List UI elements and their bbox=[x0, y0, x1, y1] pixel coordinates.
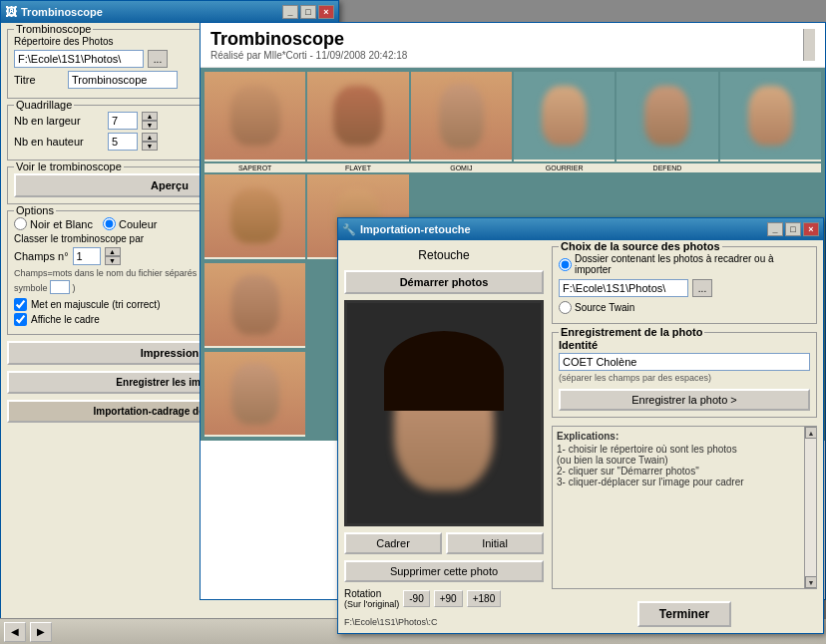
champs-input[interactable] bbox=[73, 247, 101, 265]
rot-minus90-button[interactable]: -90 bbox=[403, 590, 429, 607]
retouche-title: Retouche bbox=[344, 246, 544, 264]
nb-largeur-up[interactable]: ▲ bbox=[142, 112, 158, 121]
sep-hint: (séparer les champs par des espaces) bbox=[559, 373, 810, 383]
import-win-controls: _ □ × bbox=[767, 222, 819, 236]
photo-cell-13[interactable] bbox=[205, 263, 305, 348]
main-window-title: 🖼 Trombinoscope bbox=[5, 5, 103, 19]
photo-cell-5[interactable] bbox=[617, 72, 717, 161]
expl-scrollbar[interactable]: ▲ ▼ bbox=[804, 427, 816, 588]
twain-option[interactable]: Source Twain bbox=[559, 301, 634, 314]
voir-section-label: Voir le trombinoscope bbox=[14, 161, 124, 172]
nb-largeur-down[interactable]: ▼ bbox=[142, 121, 158, 130]
champs-spinner: ▲ ▼ bbox=[105, 247, 121, 265]
minimize-button[interactable]: _ bbox=[282, 5, 298, 19]
options-section-label: Options bbox=[14, 204, 56, 216]
display-subtitle: Réalisé par Mlle*Corti - 11/09/2008 20:4… bbox=[210, 50, 407, 61]
cadre-checkbox[interactable] bbox=[14, 313, 27, 326]
terminer-row: Terminer bbox=[552, 601, 817, 627]
import-content: Retouche Démarrer photos Cadrer Initial … bbox=[338, 240, 823, 633]
demarrer-button[interactable]: Démarrer photos bbox=[344, 270, 544, 294]
nb-hauteur-up[interactable]: ▲ bbox=[142, 133, 158, 142]
import-close-button[interactable]: × bbox=[803, 222, 819, 236]
photo-row-1 bbox=[205, 72, 821, 161]
photo-cell-1[interactable] bbox=[205, 72, 305, 161]
photo-cell-3[interactable] bbox=[411, 72, 512, 161]
taskbar-forward-button[interactable]: ▶ bbox=[30, 622, 52, 642]
photo-name-4 bbox=[514, 160, 615, 161]
import-minimize-button[interactable]: _ bbox=[767, 222, 783, 236]
nb-hauteur-down[interactable]: ▼ bbox=[142, 142, 158, 151]
expl-line-3: 2- cliquer sur "Démarrer photos" bbox=[557, 466, 798, 477]
name-label-4: GOURRIER bbox=[514, 163, 615, 172]
import-window-title: 🔧 Importation-retouche bbox=[342, 223, 471, 236]
explications-content: Explications: 1- choisir le répertoire o… bbox=[557, 431, 812, 487]
main-win-controls: _ □ × bbox=[282, 5, 334, 19]
photo-cell-19[interactable] bbox=[205, 352, 305, 437]
photo-name-6 bbox=[720, 160, 821, 161]
name-label-3: GOMIJ bbox=[411, 163, 512, 172]
initial-button[interactable]: Initial bbox=[446, 532, 544, 554]
majuscule-label: Met en majuscule (tri correct) bbox=[31, 299, 160, 310]
rotation-label: Rotation bbox=[344, 588, 399, 599]
source-browse-button[interactable]: ... bbox=[692, 279, 712, 297]
majuscule-checkbox[interactable] bbox=[14, 298, 27, 311]
identite-input[interactable] bbox=[559, 353, 810, 371]
twain-option-row: Source Twain bbox=[559, 301, 810, 314]
source-section-label: Choix de la source des photos bbox=[559, 240, 722, 252]
photo-header: Trombinoscope Réalisé par Mlle*Corti - 1… bbox=[201, 23, 825, 68]
name-label-2: FLAYET bbox=[307, 163, 408, 172]
nb-largeur-input[interactable] bbox=[108, 112, 138, 130]
name-label-1: SAPEROT bbox=[205, 163, 305, 172]
explications-title: Explications: bbox=[557, 431, 798, 442]
twain-option-label: Source Twain bbox=[575, 302, 634, 313]
scroll-right[interactable] bbox=[803, 29, 815, 61]
expl-line-4: 3- cliquer-déplacer sur l'image pour cad… bbox=[557, 477, 798, 487]
scroll-track bbox=[805, 439, 816, 576]
cadrer-button[interactable]: Cadrer bbox=[344, 532, 442, 554]
rot-plus90-button[interactable]: +90 bbox=[434, 590, 463, 607]
scroll-up-button[interactable]: ▲ bbox=[805, 427, 817, 439]
expl-line-1: 1- choisir le répertoire où sont les pho… bbox=[557, 444, 798, 455]
nb-hauteur-spinner: ▲ ▼ bbox=[142, 133, 158, 151]
source-path-input[interactable] bbox=[559, 279, 688, 297]
noir-blanc-option[interactable]: Noir et Blanc bbox=[14, 217, 93, 230]
main-title-bar[interactable]: 🖼 Trombinoscope _ □ × bbox=[1, 1, 338, 23]
taskbar-back-button[interactable]: ◀ bbox=[4, 622, 26, 642]
explications-box: Explications: 1- choisir le répertoire o… bbox=[552, 426, 817, 589]
photo-cell-4[interactable] bbox=[514, 72, 615, 161]
symbol-input[interactable] bbox=[50, 280, 70, 294]
close-button[interactable]: × bbox=[318, 5, 334, 19]
scroll-down-button[interactable]: ▼ bbox=[805, 576, 817, 588]
titre-label: Titre bbox=[14, 74, 64, 86]
dossier-option[interactable]: Dossier contenant les photos à recadrer … bbox=[559, 253, 810, 275]
names-row-1: SAPEROT FLAYET GOMIJ GOURRIER DEFEND bbox=[205, 163, 821, 172]
champs-down[interactable]: ▼ bbox=[105, 256, 121, 265]
app-icon: 🖼 bbox=[5, 5, 17, 19]
nb-hauteur-input[interactable] bbox=[108, 133, 138, 151]
nb-hauteur-label: Nb en hauteur bbox=[14, 136, 104, 148]
supprimer-button[interactable]: Supprimer cette photo bbox=[344, 560, 544, 582]
import-maximize-button[interactable]: □ bbox=[785, 222, 801, 236]
path-input[interactable] bbox=[14, 50, 144, 68]
titre-input[interactable] bbox=[68, 71, 178, 89]
import-title-bar[interactable]: 🔧 Importation-retouche _ □ × bbox=[338, 218, 823, 240]
rotation-row: Rotation (Sur l'original) -90 +90 +180 bbox=[344, 588, 544, 609]
photo-cell-6[interactable] bbox=[720, 72, 821, 161]
expl-line-2: (ou bien la source Twain) bbox=[557, 455, 798, 466]
couleur-option[interactable]: Couleur bbox=[103, 217, 158, 230]
cadrer-initial-row: Cadrer Initial bbox=[344, 532, 544, 554]
maximize-button[interactable]: □ bbox=[300, 5, 316, 19]
photo-cell-7[interactable] bbox=[205, 174, 305, 259]
browse-button[interactable]: ... bbox=[148, 50, 168, 68]
classer-label: Classer le trombinoscope par bbox=[14, 233, 144, 244]
source-panel: Choix de la source des photos Dossier co… bbox=[552, 246, 817, 627]
rot-plus180-button[interactable]: +180 bbox=[467, 590, 502, 607]
champs-up[interactable]: ▲ bbox=[105, 247, 121, 256]
photo-cell-2[interactable] bbox=[307, 72, 408, 161]
enregistrement-section: Enregistrement de la photo Identité (sép… bbox=[552, 332, 817, 418]
photo-name-3 bbox=[411, 160, 512, 161]
enregistrer-photo-button[interactable]: Enregistrer la photo > bbox=[559, 389, 810, 411]
source-path-row: ... bbox=[559, 279, 810, 297]
photo-preview[interactable] bbox=[344, 300, 544, 526]
terminer-button[interactable]: Terminer bbox=[637, 601, 731, 627]
